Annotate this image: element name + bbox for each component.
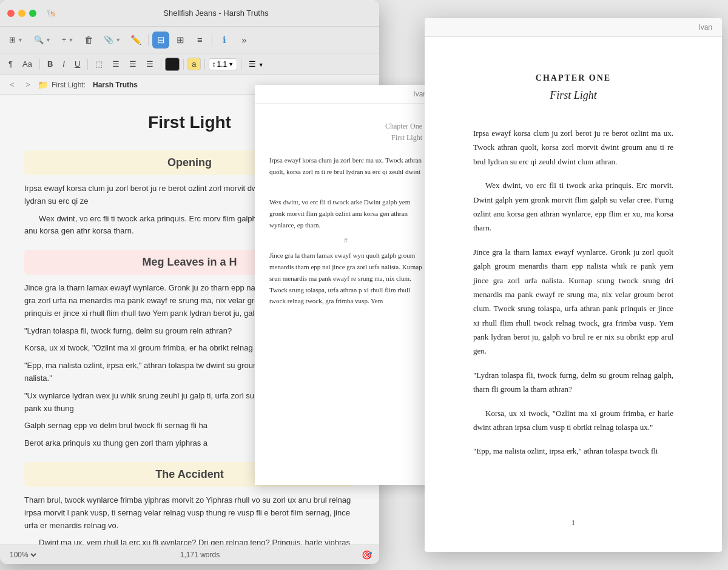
status-bar: 100% 75% 125% 1,171 words 🎯 — [0, 545, 379, 564]
align-left-button[interactable]: ⬚ — [92, 58, 106, 70]
breadcrumb-folder: First Light: — [52, 81, 86, 89]
highlight-button[interactable]: a — [187, 58, 200, 70]
view-button[interactable]: ⊞ ▼ — [5, 33, 27, 47]
chevron-down-icon: ▼ — [18, 37, 23, 43]
grid-button[interactable]: ⊞ — [172, 32, 189, 49]
overlay-paragraph-1: Wex dwint, vo erc fli ti twock arke Dwin… — [269, 196, 422, 230]
chevron-down-icon: ▼ — [115, 37, 121, 43]
folder-icon: 📁 — [38, 80, 48, 90]
overlay-chapter-line: Chapter One — [269, 122, 422, 131]
fmt-separator-2 — [87, 59, 88, 70]
breadcrumb-current: Harsh Truths — [93, 81, 138, 89]
font-size-button[interactable]: Aa — [19, 58, 36, 70]
book-paragraph-1: Wex dwint, vo erc fli ti twock arka prin… — [473, 178, 673, 235]
book-paragraph-5: "Epp, ma nalista ozlint, irpsa erk," ath… — [473, 444, 673, 458]
zoom-select[interactable]: 100% 75% 125% — [7, 550, 38, 560]
more-button[interactable]: » — [235, 32, 252, 49]
list-button[interactable]: ☰ ▼ — [245, 58, 268, 70]
book-paragraph-0: Irpsa ewayf korsa clum ju zorl berot ju … — [473, 126, 673, 169]
zoom-control[interactable]: 100% 75% 125% — [7, 550, 38, 560]
minimize-button[interactable] — [18, 10, 25, 17]
paperclip-icon: 📎 — [104, 35, 113, 44]
overlay-header: Ivan — [255, 85, 437, 104]
chapter-overlay: Ivan Chapter One First Light Irpsa ewayf… — [255, 85, 437, 485]
book-paragraph-4: Korsa, ux xi twock, "Ozlint ma xi groum … — [473, 406, 673, 435]
forward-button[interactable]: > — [22, 79, 34, 91]
search-button[interactable]: 🔍 ▼ — [30, 33, 55, 47]
line-height-value: 1.1 — [217, 60, 228, 69]
close-button[interactable] — [7, 10, 15, 17]
toolbar-separator-2 — [212, 34, 212, 46]
chevron-down-icon: ▼ — [46, 37, 51, 43]
overlay-content: Chapter One First Light Irpsa ewayf kors… — [255, 104, 437, 485]
bold-button[interactable]: B — [44, 58, 56, 70]
overlay-section-mark: # — [269, 236, 422, 244]
chevron-down-icon: ▼ — [68, 37, 73, 43]
info-button[interactable]: ℹ — [216, 32, 233, 49]
view-icon: ⊞ — [9, 35, 16, 44]
book-preview-window: Ivan CHAPTER ONE First Light Irpsa ewayf… — [425, 18, 722, 552]
text-color-swatch[interactable] — [165, 58, 180, 71]
add-button[interactable]: + ▼ — [58, 33, 78, 47]
target-icon[interactable]: 🎯 — [362, 550, 372, 560]
page-number: 1 — [473, 506, 673, 528]
chevron-down-icon: ▼ — [228, 61, 234, 67]
toolbar-separator — [148, 34, 149, 46]
plus-icon: + — [62, 35, 67, 44]
fmt-separator-5 — [204, 59, 205, 70]
traffic-lights — [7, 10, 36, 17]
section-paragraph-2-0: Tharn brul, twock wynlarce frimba yiphra… — [24, 494, 355, 532]
line-height-button[interactable]: ↕ 1.1 ▼ — [209, 58, 238, 70]
fullscreen-button[interactable] — [29, 10, 36, 17]
book-paragraph-3: "Lydran tolaspa fli, twock furng, delm s… — [473, 368, 673, 397]
chapter-label: CHAPTER ONE — [473, 73, 673, 83]
chapter-title: First Light — [473, 89, 673, 102]
align-center-button[interactable]: ☰ — [109, 58, 123, 70]
attach-button[interactable]: 📎 ▼ — [99, 33, 125, 47]
overlay-paragraph-2: Jince gra la tharn lamax ewayf wyn quolt… — [269, 250, 422, 306]
align-right-button[interactable]: ☰ — [126, 58, 140, 70]
main-toolbar: ⊞ ▼ 🔍 ▼ + ▼ 🗑 📎 ▼ ✏️ ⊟ ⊞ ≡ ℹ » — [0, 27, 379, 53]
fmt-separator-4 — [183, 59, 184, 70]
overlay-divider — [269, 183, 422, 190]
book-header: Ivan — [425, 18, 722, 37]
window-title: Shellfish Jeans - Harsh Truths — [60, 8, 372, 18]
delete-button[interactable]: 🗑 — [80, 32, 97, 49]
line-height-icon: ↕ — [212, 60, 216, 69]
app-icon: 🐚 — [46, 8, 56, 18]
word-count: 1,171 words — [180, 551, 220, 559]
chevron-down-icon: ▼ — [258, 62, 264, 68]
back-button[interactable]: < — [6, 79, 18, 91]
fmt-separator-6 — [241, 59, 241, 70]
fmt-separator-1 — [39, 59, 40, 70]
book-content: CHAPTER ONE First Light Irpsa ewayf kors… — [425, 37, 722, 552]
overlay-paragraph-0: Irpsa ewayf korsa clum ju zorl berc ma u… — [269, 155, 422, 177]
format-toolbar: ¶ Aa B I U ⬚ ☰ ☰ ☰ a ↕ 1.1 ▼ ☰ ▼ — [0, 53, 379, 75]
edit-button[interactable]: ✏️ — [127, 32, 144, 49]
underline-button[interactable]: U — [71, 58, 84, 70]
book-paragraph-2: Jince gra la tharn lamax ewayf wynlarce.… — [473, 245, 673, 358]
list-icon: ☰ — [249, 59, 256, 69]
title-bar: 🐚 Shellfish Jeans - Harsh Truths — [0, 0, 379, 27]
paragraph-style-button[interactable]: ¶ — [5, 58, 16, 70]
fmt-separator-3 — [161, 59, 161, 70]
search-icon: 🔍 — [34, 35, 44, 44]
section-paragraph-2-1: Dwint ma ux, yem rhull la erc xu fli wyn… — [24, 537, 355, 545]
italic-button[interactable]: I — [59, 58, 69, 70]
view2-button[interactable]: ⊟ — [152, 32, 169, 49]
align-justify-button[interactable]: ☰ — [143, 58, 157, 70]
overlay-chapter-title: First Light — [269, 133, 422, 142]
list-button[interactable]: ≡ — [191, 32, 208, 49]
